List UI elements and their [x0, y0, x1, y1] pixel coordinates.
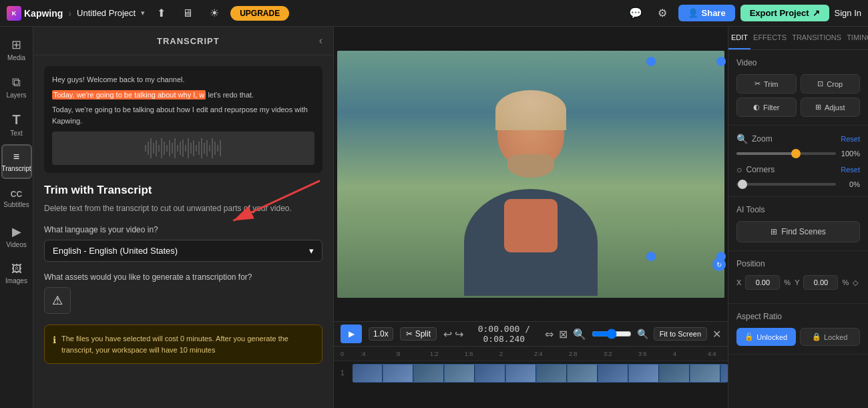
- transcript-body: Hey guys! Welcome back to my channel. To…: [33, 55, 333, 408]
- position-section: Position X % Y % ◇: [728, 251, 868, 304]
- ai-tools-section: AI Tools ⊞ Find Scenes: [728, 197, 868, 251]
- position-row: X % Y % ◇: [736, 275, 860, 290]
- rotate-handle[interactable]: ↻: [712, 258, 726, 271]
- trim-button[interactable]: ✂ Trim: [736, 74, 797, 93]
- zoom-out-button[interactable]: 🔍: [573, 328, 586, 341]
- monitor-button[interactable]: 🖥: [177, 3, 198, 24]
- timeline-right-controls: ⇔ ⊠ 🔍 🔍 Fit to Screen ✕: [545, 327, 721, 341]
- zoom-slider[interactable]: [736, 152, 836, 155]
- svg-rect-26: [209, 145, 210, 152]
- snap-button[interactable]: ⊠: [559, 328, 568, 341]
- sidebar-item-subtitles[interactable]: CC Subtitles: [1, 182, 32, 216]
- clip-thumb-8: [568, 365, 598, 382]
- svg-rect-5: [153, 143, 154, 154]
- svg-rect-2: [145, 145, 146, 152]
- svg-rect-10: [166, 145, 168, 152]
- upload-button[interactable]: ⬆: [150, 3, 172, 24]
- split-button[interactable]: ✂ Split: [400, 327, 437, 341]
- tab-timing[interactable]: TIMING: [844, 27, 868, 49]
- fit-to-screen-button[interactable]: Fit to Screen: [654, 327, 707, 341]
- svg-rect-23: [201, 138, 202, 158]
- locked-button[interactable]: 🔒 Locked: [800, 328, 861, 346]
- corners-row: 0%: [736, 180, 860, 188]
- zoom-in-button[interactable]: 🔍: [637, 329, 648, 339]
- find-scenes-button[interactable]: ⊞ Find Scenes: [736, 221, 860, 242]
- x-position-input[interactable]: [745, 275, 780, 290]
- locked-icon: 🔒: [812, 333, 821, 341]
- video-tools-grid: ✂ Trim ⊡ Crop ◐ Filter ⊞ Adjust: [736, 74, 860, 117]
- close-timeline-button[interactable]: ✕: [712, 328, 721, 341]
- video-section: Video ✂ Trim ⊡ Crop ◐ Filter ⊞ Adjust: [728, 50, 868, 126]
- preview-text-1: Hey guys! Welcome back to my channel.: [52, 74, 314, 85]
- y-position-input[interactable]: [803, 275, 838, 290]
- export-button[interactable]: Export Project ↗: [740, 5, 829, 21]
- transcript-collapse-button[interactable]: ‹: [319, 35, 322, 47]
- filter-button[interactable]: ◐ Filter: [736, 97, 797, 117]
- clip-thumb-13: [721, 365, 728, 382]
- position-link-icon[interactable]: ◇: [853, 278, 858, 287]
- corners-reset-button[interactable]: Reset: [841, 166, 860, 174]
- share-button[interactable]: 👤 Share: [678, 5, 735, 21]
- unlocked-icon: 🔓: [744, 333, 754, 341]
- track-number: 1: [341, 369, 350, 377]
- clip-thumbnails: [353, 364, 728, 383]
- svg-rect-13: [174, 138, 176, 158]
- tab-effects[interactable]: EFFECTS: [750, 27, 789, 49]
- zoom-thumb[interactable]: [791, 149, 801, 158]
- dropdown-chevron-icon: ▾: [309, 246, 314, 256]
- corner-handle-tl[interactable]: [646, 57, 656, 66]
- upgrade-button[interactable]: UPGRADE: [230, 6, 289, 21]
- speed-dropdown[interactable]: 1.0x: [369, 327, 393, 341]
- svg-rect-28: [214, 142, 216, 155]
- project-caret[interactable]: ▾: [141, 9, 145, 17]
- video-clip[interactable]: [353, 364, 728, 383]
- svg-rect-29: [217, 145, 218, 152]
- sidebar-item-videos[interactable]: ▶ Videos: [1, 219, 32, 254]
- video-canvas[interactable]: ↻ ···: [334, 27, 728, 321]
- crop-button[interactable]: ⊡ Crop: [801, 74, 861, 93]
- svg-rect-7: [158, 145, 160, 152]
- clip-thumb-2: [383, 365, 413, 382]
- clip-thumb-12: [690, 365, 720, 382]
- tab-edit[interactable]: EDIT: [728, 27, 750, 49]
- sidebar-item-media[interactable]: ⊞ Media: [1, 32, 32, 67]
- preview-thumbnail: [52, 132, 314, 165]
- link-tracks-button[interactable]: ⇔: [545, 328, 554, 341]
- undo-button[interactable]: ↩: [443, 328, 452, 341]
- sidebar-item-layers[interactable]: ⧉ Layers: [1, 69, 32, 104]
- sidebar-item-text[interactable]: T Text: [1, 107, 32, 142]
- asset-icon[interactable]: ⚠: [44, 287, 71, 314]
- sidebar-item-images[interactable]: 🖼 Images: [1, 256, 32, 291]
- corners-slider[interactable]: [736, 183, 836, 186]
- filter-icon: ◐: [753, 103, 760, 112]
- clip-thumb-6: [506, 365, 536, 382]
- svg-rect-14: [177, 145, 178, 152]
- video-section-title: Video: [736, 58, 860, 67]
- zoom-reset-button[interactable]: Reset: [841, 135, 860, 143]
- images-icon: 🖼: [11, 263, 22, 275]
- layers-icon: ⧉: [12, 75, 21, 89]
- chat-button[interactable]: 💬: [625, 3, 646, 24]
- signin-button[interactable]: Sign In: [835, 8, 861, 18]
- info-icon: ℹ: [53, 333, 56, 355]
- adjust-button[interactable]: ⊞ Adjust: [801, 97, 861, 117]
- ruler-marks-container: 0 :4 :8 1:2 1:6 2 2:4 2:8 3:2 3:6 4 4:4 …: [341, 351, 721, 357]
- trim-title: Trim with Transcript: [44, 184, 322, 197]
- corner-handle-tr[interactable]: [716, 57, 726, 66]
- corners-thumb[interactable]: [738, 180, 747, 189]
- redo-button[interactable]: ↪: [455, 328, 463, 341]
- sidebar-item-label-subtitles: Subtitles: [3, 201, 29, 208]
- app-name: Kapwing: [24, 8, 63, 19]
- brightness-button[interactable]: ☀: [204, 3, 225, 24]
- y-unit: %: [842, 278, 849, 286]
- share-icon: 👤: [688, 8, 698, 18]
- timeline-zoom-slider[interactable]: [592, 329, 632, 339]
- unlocked-button[interactable]: 🔓 Unlocked: [736, 328, 796, 346]
- settings-button[interactable]: ⚙: [652, 3, 673, 24]
- sidebar-item-transcript[interactable]: ≡ Transcript: [1, 144, 32, 179]
- tab-transitions[interactable]: TRANSITIONS: [789, 27, 844, 49]
- language-dropdown[interactable]: English - English (United States) ▾: [44, 240, 322, 262]
- timeline-controls: ▶ 1.0x ✂ Split ↩ ↪ 0:00.000 / 0:08.240 ⇔…: [334, 321, 728, 347]
- play-button[interactable]: ▶: [341, 325, 362, 343]
- corner-handle-bl[interactable]: [646, 252, 656, 261]
